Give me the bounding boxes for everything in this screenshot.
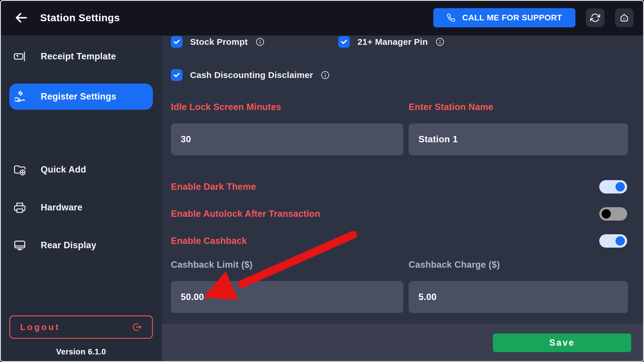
sidebar-item-receipt-template[interactable]: Receipt Template: [9, 43, 153, 70]
dark-theme-toggle[interactable]: [599, 180, 627, 194]
sidebar-item-quick-add[interactable]: Quick Add: [9, 157, 153, 183]
sidebar-item-register-settings[interactable]: Register Settings: [9, 84, 153, 110]
back-button[interactable]: [13, 9, 30, 26]
cashback-label: Enable Cashback: [171, 236, 247, 246]
toggle-knob: [616, 182, 625, 191]
cashback-charge-label: Cashback Charge ($): [409, 260, 500, 270]
info-icon[interactable]: [255, 37, 265, 47]
check-icon: [173, 72, 180, 79]
info-icon[interactable]: [435, 37, 445, 47]
topbar-actions: CALL ME FOR SUPPORT: [433, 8, 634, 27]
stock-prompt-checkbox[interactable]: [171, 36, 183, 48]
station-name-label: Enter Station Name: [409, 102, 493, 112]
checkbox-row-stock-prompt: Stock Prompt: [171, 36, 265, 48]
sidebar-item-label: Hardware: [41, 202, 83, 213]
sidebar-item-label: Rear Display: [41, 240, 96, 251]
autolock-toggle[interactable]: [599, 207, 627, 221]
version-label: Version 6.1.0: [0, 347, 162, 356]
footer-bar: Save: [162, 324, 644, 362]
toggle-row-dark-theme: Enable Dark Theme: [171, 180, 627, 194]
toggle-knob: [616, 236, 625, 246]
register-settings-icon: [13, 90, 27, 104]
cashback-toggle[interactable]: [599, 234, 627, 248]
manager-pin-checkbox[interactable]: [338, 36, 350, 48]
call-support-button[interactable]: CALL ME FOR SUPPORT: [433, 8, 575, 27]
logout-label: Logout: [20, 322, 60, 332]
refresh-icon: [590, 13, 600, 23]
printer-icon: [13, 200, 27, 214]
back-arrow-icon: [14, 10, 29, 25]
cashback-charge-input[interactable]: [409, 281, 628, 313]
sidebar-item-label: Quick Add: [41, 164, 86, 175]
cashback-limit-label: Cashback Limit ($): [171, 260, 253, 270]
sidebar-item-hardware[interactable]: Hardware: [9, 194, 153, 221]
phone-icon: [447, 13, 455, 22]
top-bar: Station Settings CALL ME FOR SUPPORT: [0, 0, 644, 36]
receipt-template-icon: [13, 49, 27, 63]
sidebar-item-rear-display[interactable]: Rear Display: [9, 232, 153, 258]
stock-prompt-label: Stock Prompt: [190, 37, 248, 47]
dark-theme-label: Enable Dark Theme: [171, 182, 256, 192]
manager-pin-label: 21+ Manager Pin: [357, 37, 428, 47]
cash-discounting-label: Cash Discounting Disclaimer: [190, 70, 313, 80]
logout-icon: [132, 322, 142, 332]
checkbox-row-manager-pin: 21+ Manager Pin: [338, 36, 445, 48]
save-button[interactable]: Save: [493, 333, 631, 352]
cash-discounting-checkbox[interactable]: [171, 69, 183, 81]
check-icon: [341, 38, 348, 45]
sidebar-item-label: Receipt Template: [41, 51, 116, 62]
station-name-input[interactable]: [409, 123, 628, 155]
refresh-button[interactable]: [586, 8, 604, 27]
idle-lock-input[interactable]: [171, 123, 403, 155]
toggle-row-autolock: Enable Autolock After Transaction: [171, 207, 627, 221]
cashback-limit-input[interactable]: [171, 281, 403, 313]
home-apps-icon: [619, 13, 629, 23]
checkbox-row-cash-discounting: Cash Discounting Disclaimer: [171, 69, 330, 81]
page-title: Station Settings: [40, 12, 120, 24]
folder-add-icon: [13, 163, 27, 177]
idle-lock-label: Idle Lock Screen Minutes: [171, 102, 281, 112]
call-support-label: CALL ME FOR SUPPORT: [462, 13, 562, 22]
sidebar: Receipt Template Register Settings: [0, 36, 162, 362]
home-button[interactable]: [615, 8, 634, 27]
toggle-knob: [602, 209, 611, 219]
info-icon[interactable]: [321, 70, 330, 80]
toggle-row-cashback: Enable Cashback: [171, 234, 627, 248]
autolock-label: Enable Autolock After Transaction: [171, 209, 320, 219]
sidebar-item-label: Register Settings: [41, 91, 116, 102]
station-settings-page: Station Settings CALL ME FOR SUPPORT: [0, 0, 644, 362]
check-icon: [173, 38, 180, 45]
register-settings-panel: Stock Prompt 21+ Manager Pin Cash: [162, 36, 644, 324]
logout-button[interactable]: Logout: [9, 315, 153, 339]
monitor-icon: [13, 238, 27, 252]
